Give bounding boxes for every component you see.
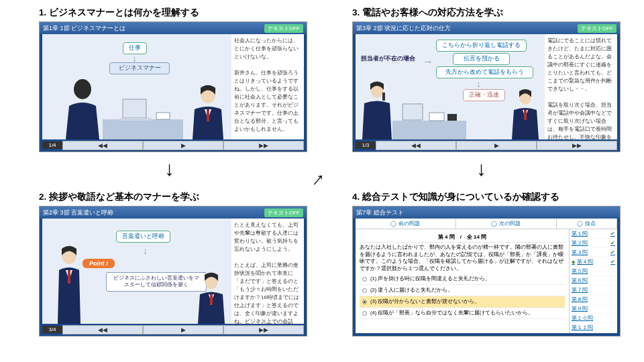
- radio-icon: [362, 277, 367, 282]
- play-button[interactable]: ▶: [143, 325, 223, 335]
- quiz-option[interactable]: (2) 違う人に届けると失礼だから。: [360, 285, 565, 296]
- next-button[interactable]: ▶▶: [223, 325, 304, 335]
- play-button[interactable]: ▶: [456, 141, 537, 150]
- question-link[interactable]: 第１１問: [570, 323, 617, 333]
- prev-button[interactable]: ◀◀: [62, 325, 143, 335]
- page-indicator: 1/4: [42, 141, 62, 149]
- panel-title: 4. 総合テストで知識が身についているか確認する: [352, 191, 634, 203]
- svg-rect-14: [402, 104, 423, 120]
- question-link-current[interactable]: ◆第４問✔: [570, 257, 617, 267]
- lesson-main: 仕事 ↓ ビジネスマナー: [42, 34, 231, 139]
- svg-rect-2: [123, 99, 146, 118]
- question-list: 第１問✔ 第２問✔ 第３問✔ ◆第４問✔ 第５問 第６問 第７問 第８問 第９問…: [569, 229, 617, 333]
- lesson-text: 電話にでることには慣れてきたけど、たまに対応に困ることがあるんだよな。会議中の部…: [545, 34, 617, 139]
- arrow-down-icon: ↓: [164, 158, 174, 180]
- question-link[interactable]: 第９問: [570, 304, 617, 314]
- circle-left-icon: ◯: [390, 221, 396, 227]
- text-off-button[interactable]: テキストOFF: [578, 24, 616, 33]
- radio-icon: [362, 311, 367, 316]
- page-indicator: 3/4: [42, 326, 62, 333]
- quiz-option-selected[interactable]: (3) 役職が分からないと書類が渡せないから。: [360, 296, 565, 308]
- panel-title: 1. ビジネスマナーとは何かを理解する: [39, 7, 307, 19]
- svg-rect-18: [524, 110, 527, 120]
- lesson-main: 言葉遣いと呼称 ↓ Point ! ビジネスにふさわしい言葉遣いをマスターして信…: [42, 219, 231, 324]
- lesson-screen: 第1章 1節 ビジネスマナーとは テキストOFF 仕事 ↓ ビジネスマナー 社会…: [39, 21, 307, 152]
- chapter-label: 第3章 2節 状況に応じた応対の仕方: [356, 24, 451, 33]
- question-counter: 第 4 問 / 全 14 問: [360, 232, 565, 243]
- quiz-option[interactable]: (4) 役職が「部長」なら自分ではなく先輩に届けてもらいたいから。: [360, 308, 565, 319]
- option-recall: 先方から改めて電話をもらう: [436, 66, 533, 78]
- arrow-right-icon: →: [423, 56, 433, 68]
- question-link[interactable]: 第１０問: [570, 314, 617, 323]
- panel-2: 2. 挨拶や敬語など基本のマナーを学ぶ 第2章 3節 言葉遣いと呼称 テキストO…: [39, 191, 307, 335]
- chapter-label: 第7章 総合テスト: [356, 208, 404, 217]
- prev-question-button[interactable]: ◯前の問題: [356, 219, 456, 229]
- lesson-text: たとえ見えなくても、上司や先輩は尊敬する人達には変わりない。敬う気持ちを忘れない…: [231, 219, 304, 324]
- badge-accurate: 正確・迅速: [463, 89, 505, 101]
- tag-manner: ビジネスマナー: [109, 62, 170, 74]
- lesson-header: 第7章 総合テスト: [353, 206, 620, 219]
- next-button[interactable]: ▶▶: [223, 141, 304, 150]
- question-link[interactable]: 第１問✔: [570, 229, 617, 239]
- svg-rect-3: [119, 118, 152, 121]
- option-callback: こちらから折り返し電話する: [436, 40, 527, 52]
- prev-button[interactable]: ◀◀: [62, 141, 143, 150]
- question-text: あなたは入社したばかりで、部内の人を覚えるのが精一杯です。隣の部署の人に書類を届…: [360, 243, 565, 274]
- check-icon: ✔: [610, 249, 615, 255]
- radio-icon-filled: [362, 300, 367, 304]
- arrow-down-icon: ↓: [143, 245, 148, 256]
- next-question-button[interactable]: ◯次の問題: [456, 219, 557, 229]
- question-link[interactable]: 第８問: [570, 295, 617, 304]
- next-button[interactable]: ▶▶: [537, 141, 617, 150]
- diamond-icon: ◆: [572, 259, 575, 265]
- page-indicator: 1/3: [356, 141, 376, 149]
- tag-wording: 言葉遣いと呼称: [116, 231, 170, 243]
- text-off-button[interactable]: テキストOFF: [264, 24, 303, 33]
- svg-rect-6: [207, 109, 209, 121]
- check-icon: ✔: [610, 231, 615, 237]
- situation-label: 担当者が不在の場合: [361, 54, 415, 63]
- lesson-header: 第1章 1節 ビジネスマナーとは テキストOFF: [40, 22, 307, 34]
- question-link[interactable]: 第６問: [570, 276, 617, 286]
- man-front-icon: [191, 270, 231, 324]
- option-message: 伝言を預かる: [453, 53, 510, 65]
- panel-4: 4. 総合テストで知識が身についているか確認する 第7章 総合テスト ◯前の問題…: [352, 191, 634, 335]
- arrow-down-icon: ↓: [476, 78, 481, 89]
- panel-1: 1. ビジネスマナーとは何かを理解する 第1章 1節 ビジネスマナーとは テキス…: [39, 7, 307, 151]
- svg-rect-4: [156, 113, 170, 119]
- svg-rect-8: [68, 270, 70, 284]
- prev-button[interactable]: ◀◀: [376, 141, 456, 150]
- man-front-icon: [506, 87, 545, 139]
- quiz-screen: 第7章 総合テスト ◯前の問題 ◯次の問題 ◯採点 第 4 問 / 全 14 問…: [352, 206, 621, 337]
- question-link[interactable]: 第３問✔: [570, 248, 617, 257]
- lesson-main: 担当者が不在の場合 → こちらから折り返し電話する 伝言を預かる 先方から改めて…: [356, 34, 545, 139]
- lesson-text: 社会人になったからには、とにかく仕事を頑張らないといけないな。 新井さん、仕事を…: [231, 34, 304, 139]
- question-link[interactable]: 第２問✔: [570, 239, 617, 248]
- man-back-icon: [56, 76, 109, 139]
- check-icon: ◯: [577, 221, 583, 227]
- svg-rect-10: [210, 294, 213, 305]
- panel-title: 2. 挨拶や敬語など基本のマナーを学ぶ: [39, 191, 307, 203]
- lesson-screen: 第2章 3節 言葉遣いと呼称 テキストOFF 言葉遣いと呼称 ↓ Point !…: [39, 206, 307, 337]
- lesson-screen: 第3章 2節 状況に応じた応対の仕方 テキストOFF 担当者が不在の場合 → こ…: [352, 21, 621, 152]
- check-icon: ✔: [610, 240, 615, 246]
- lesson-header: 第2章 3節 言葉遣いと呼称 テキストOFF: [40, 206, 307, 219]
- svg-point-0: [74, 79, 91, 99]
- text-off-button[interactable]: テキストOFF: [264, 208, 303, 217]
- chapter-label: 第1章 1節 ビジネスマナーとは: [43, 24, 125, 33]
- quiz-option[interactable]: (1) 声を掛ける時に役職を間違えると失礼だから。: [360, 274, 565, 285]
- question-link[interactable]: 第１２問: [570, 333, 617, 333]
- play-button[interactable]: ▶: [143, 141, 223, 150]
- desk-icon: [103, 93, 183, 139]
- arrow-diagonal-icon: ↑: [308, 167, 330, 191]
- question-link[interactable]: 第５問: [570, 267, 617, 276]
- panel-3: 3. 電話やお客様への対応方法を学ぶ 第3章 2節 状況に応じた応対の仕方 テキ…: [352, 7, 621, 151]
- desk-icon: [392, 101, 466, 139]
- svg-rect-13: [392, 121, 466, 139]
- question-link[interactable]: 第７問: [570, 286, 617, 295]
- check-icon: ✔: [610, 259, 615, 265]
- man-standing-icon: [46, 243, 93, 324]
- score-button[interactable]: ◯採点: [557, 219, 617, 229]
- svg-rect-12: [382, 93, 385, 101]
- man-front-icon: [184, 82, 231, 139]
